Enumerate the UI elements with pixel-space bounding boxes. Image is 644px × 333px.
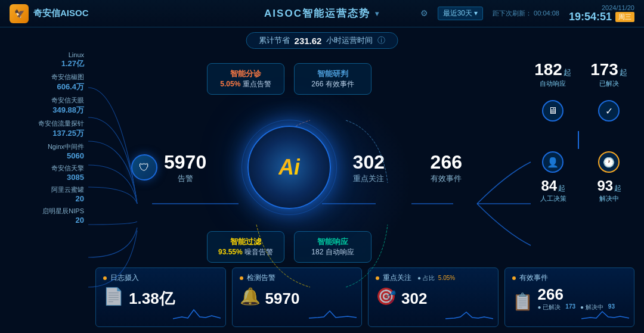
card-dot-alert <box>240 276 243 280</box>
card-header-focus: 重点关注 ● 占比 5.05% <box>376 273 491 283</box>
resolved-label: 已解决 <box>590 79 627 88</box>
card-dot-log <box>103 276 107 280</box>
smart-judgment-title: 智能研判 <box>304 69 361 79</box>
smart-diagnosis-title: 智能分诊 <box>217 69 274 79</box>
settings-icon[interactable]: ⚙ <box>420 8 428 18</box>
effective-events-stat: 266 有效事件 <box>431 151 462 184</box>
source-3-value: 137.25万 <box>52 128 84 139</box>
auto-response-value: 182 <box>534 60 562 79</box>
right-panel: 182 起 自动响应 173 起 已解决 🖥 ✓ 👤 🕐 <box>527 60 634 203</box>
smart-filter-pct: 93.55% <box>218 248 243 256</box>
right-top-stats: 182 起 自动响应 173 起 已解决 <box>527 60 634 88</box>
savings-info-icon[interactable]: ⓘ <box>377 35 385 46</box>
refresh-time: 00:04:08 <box>534 10 559 17</box>
smart-judgment-box[interactable]: 智能研判 266 有效事件 <box>294 63 371 95</box>
monitor-icon: 🖥 <box>542 100 564 122</box>
savings-banner: 累计节省 231.62 小时运营时间 ⓘ <box>246 32 398 49</box>
savings-suffix: 小时运营时间 <box>326 35 373 46</box>
right-bottom-stats: 84 起 人工决策 93 起 解决中 <box>527 178 634 203</box>
key-attention-stat: 302 重点关注 <box>353 151 385 184</box>
card-dot-focus <box>376 276 379 280</box>
manual-decision-qi: 起 <box>558 183 565 194</box>
source-nginx: Nginx中间件 5060 <box>5 142 91 160</box>
source-7-name: 启明星辰NIPS <box>42 207 84 216</box>
shield-node: 🛡 <box>131 154 157 180</box>
header-title-text: AISOC智能运营态势 <box>264 7 370 20</box>
header-time: 19:54:51 <box>569 11 612 23</box>
source-linux-value: 1.27亿 <box>61 58 84 69</box>
source-aliyun: 阿里云蜜罐 20 <box>5 185 91 203</box>
bottom-cards: 日志摄入 📄 1.38亿 检测告警 🔔 5970 <box>95 267 634 327</box>
source-1-value: 606.4万 <box>57 82 84 92</box>
source-flow: 奇安信流量探针 137.25万 <box>5 119 91 139</box>
key-focus-card: 重点关注 ● 占比 5.05% 🎯 302 <box>368 267 499 327</box>
auto-response-label: 自动响应 <box>534 79 571 88</box>
logo-text: 奇安信AISOC <box>33 8 89 19</box>
source-4-name: Nginx中间件 <box>48 142 84 151</box>
source-linux-name: Linux <box>69 51 84 58</box>
savings-value: 231.62 <box>295 36 322 46</box>
card-icon-effective: 📋 <box>512 292 533 312</box>
person-icon: 👤 <box>542 151 564 173</box>
ai-core: Ai <box>247 126 331 209</box>
refresh-info: 距下次刷新： 00:04:08 <box>493 9 559 18</box>
smart-response-title: 智能响应 <box>304 236 361 247</box>
smart-response-value: 182 自动响应 <box>304 247 361 257</box>
header-title-arrow[interactable]: ▾ <box>375 10 380 18</box>
focus-pct: 5.05% <box>438 275 455 281</box>
source-2-name: 奇安信天眼 <box>51 96 84 105</box>
auto-response-qi: 起 <box>564 67 571 78</box>
smart-judgment-count: 266 <box>311 80 323 88</box>
top-boxes: 智能分诊 5.05% 重点告警 智能研判 266 有效事件 <box>207 63 371 95</box>
alerts-value: 5970 <box>164 151 206 173</box>
refresh-label: 距下次刷新： <box>493 10 532 17</box>
card-title-effective: 有效事件 <box>519 273 548 283</box>
resolving-stat: 93 起 解决中 <box>597 178 621 203</box>
main-content: 累计节省 231.62 小时运营时间 ⓘ <box>0 27 644 333</box>
manual-decision-label: 人工决策 <box>540 194 566 203</box>
source-nips: 启明星辰NIPS 20 <box>5 207 91 225</box>
focus-pct-label: ● 占比 <box>417 274 435 282</box>
source-6-name: 阿里云蜜罐 <box>51 185 84 194</box>
key-attention-value: 302 <box>353 151 385 173</box>
ai-ring <box>242 120 337 215</box>
badge1-label: ● 已解决 <box>538 303 561 312</box>
source-tianeye: 奇安信天眼 349.88万 <box>5 96 91 116</box>
smart-diagnosis-value: 5.05% 重点告警 <box>217 79 274 89</box>
smart-response-box[interactable]: 智能响应 182 自动响应 <box>294 231 371 263</box>
left-sidebar: Linux 1.27亿 奇安信椒图 606.4万 奇安信天眼 349.88万 奇… <box>5 51 91 225</box>
header-date: 2024/11/20 <box>569 4 634 11</box>
card-icon-alert: 🔔 <box>240 287 261 306</box>
header: 🦅 奇安信AISOC AISOC智能运营态势 ▾ ⚙ 最近30天 ▾ 距下次刷新… <box>0 0 644 27</box>
savings-prefix: 累计节省 <box>259 35 290 46</box>
source-3-name: 奇安信流量探针 <box>38 119 84 128</box>
smart-diagnosis-pct: 5.05% <box>220 80 240 88</box>
manual-decision-value: 84 <box>541 178 557 194</box>
center-flow: 智能分诊 5.05% 重点告警 智能研判 266 有效事件 智能过滤 93.55… <box>95 54 483 281</box>
header-right: ⚙ 最近30天 ▾ 距下次刷新： 00:04:08 2024/11/20 19:… <box>420 4 634 23</box>
card-chart-alert <box>309 304 357 322</box>
smart-diagnosis-label: 重点告警 <box>243 80 271 88</box>
source-5-name: 奇安信天擎 <box>51 164 84 173</box>
card-title-focus: 重点关注 <box>383 273 411 283</box>
smart-filter-box[interactable]: 智能过滤 93.55% 噪音告警 <box>207 231 284 263</box>
bottom-boxes: 智能过滤 93.55% 噪音告警 智能响应 182 自动响应 <box>207 231 371 263</box>
logo: 🦅 奇安信AISOC <box>10 4 89 23</box>
smart-diagnosis-box[interactable]: 智能分诊 5.05% 重点告警 <box>207 63 284 95</box>
card-value-effective: 266 <box>538 287 615 302</box>
alerts-stat: 5970 告警 <box>164 151 206 184</box>
time-filter-button[interactable]: 最近30天 ▾ <box>438 7 483 20</box>
auto-response-stat: 182 起 自动响应 <box>534 60 571 88</box>
card-chart-focus <box>445 304 493 322</box>
card-dot-effective <box>512 276 516 280</box>
card-chart-effective <box>581 304 629 322</box>
card-icon-focus: 🎯 <box>376 287 397 306</box>
effective-events-label: 有效事件 <box>431 173 462 184</box>
source-tianqing: 奇安信天擎 3085 <box>5 164 91 182</box>
badge1-value: 173 <box>565 303 575 312</box>
card-header-log: 日志摄入 <box>103 273 218 283</box>
resolved-value: 173 <box>590 60 618 79</box>
resolving-label: 解决中 <box>597 194 621 203</box>
source-6-value: 20 <box>76 194 84 203</box>
manual-decision-stat: 84 起 人工决策 <box>540 178 566 203</box>
